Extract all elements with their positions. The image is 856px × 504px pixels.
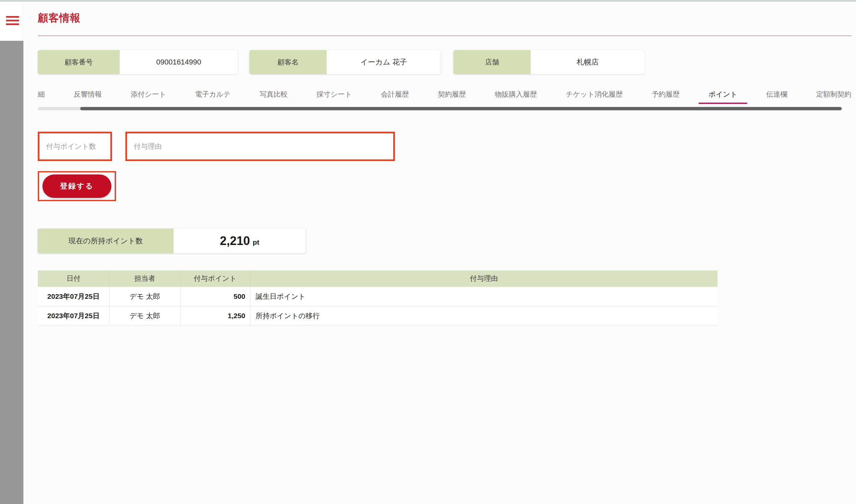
column-header-staff: 担当者 [109, 270, 180, 287]
tab-attachment-sheet[interactable]: 添付シート [131, 90, 166, 99]
customer-name-value: イーカム 花子 [327, 50, 441, 74]
grant-reason-input[interactable] [125, 132, 395, 161]
tab-accounting-history[interactable]: 会計履歴 [381, 90, 409, 99]
tab-ticket-usage-history[interactable]: チケット消化履歴 [566, 90, 623, 99]
tab-response-info[interactable]: 反響情報 [74, 90, 102, 99]
left-rail-gray-panel [0, 41, 23, 504]
cell-reason: 所持ポイントの移行 [250, 306, 717, 325]
page-title: 顧客情報 [38, 11, 851, 25]
cell-points: 500 [180, 287, 250, 306]
current-points-value: 2,210 [220, 234, 250, 248]
customer-number-card: 顧客番号 09001614990 [38, 50, 238, 74]
table-row: 2023年07月25日 デモ 太郎 1,250 所持ポイントの移行 [38, 306, 717, 325]
customer-name-card: 顧客名 イーカム 花子 [249, 50, 441, 74]
cell-date: 2023年07月25日 [38, 287, 109, 306]
main-content: 顧客情報 顧客番号 09001614990 顧客名 イーカム 花子 店舗 札幌店… [23, 2, 856, 504]
points-history-table: 日付 担当者 付与ポイント 付与理由 2023年07月25日 デモ 太郎 500… [38, 270, 717, 326]
left-rail [0, 2, 23, 504]
tab-electronic-chart[interactable]: 電子カルテ [195, 90, 230, 99]
tab-photo-comparison[interactable]: 写真比較 [260, 90, 288, 99]
current-points-label: 現在の所持ポイント数 [38, 229, 174, 253]
shop-label: 店舗 [453, 50, 531, 74]
customer-name-label: 顧客名 [249, 50, 327, 74]
grant-points-input[interactable] [38, 132, 112, 161]
current-points-value-wrap: 2,210 pt [174, 229, 306, 253]
cell-staff: デモ 太郎 [109, 306, 180, 325]
shop-value: 札幌店 [531, 50, 645, 74]
tab-message-board[interactable]: 伝達欄 [766, 90, 787, 99]
column-header-points: 付与ポイント [180, 270, 250, 287]
tab-flat-rate-contract[interactable]: 定額制契約 [816, 90, 851, 99]
register-button[interactable]: 登録する [42, 175, 111, 198]
table-header-row: 日付 担当者 付与ポイント 付与理由 [38, 270, 717, 287]
hamburger-menu-icon[interactable] [6, 16, 19, 25]
customer-summary-row: 顧客番号 09001614990 顧客名 イーカム 花子 店舗 札幌店 [38, 50, 851, 74]
cell-date: 2023年07月25日 [38, 306, 109, 325]
tab-contract-history[interactable]: 契約履歴 [438, 90, 466, 99]
table-row: 2023年07月25日 デモ 太郎 500 誕生日ポイント [38, 287, 717, 306]
tab-reservation-history[interactable]: 予約履歴 [652, 90, 680, 99]
customer-number-label: 顧客番号 [38, 50, 120, 74]
current-points-card: 現在の所持ポイント数 2,210 pt [38, 229, 306, 253]
tab-points[interactable]: ポイント [709, 90, 737, 99]
tabs-scrollbar-thumb[interactable] [80, 107, 842, 110]
shop-card: 店舗 札幌店 [453, 50, 645, 74]
column-header-reason: 付与理由 [250, 270, 717, 287]
cell-points: 1,250 [180, 306, 250, 325]
grant-points-form [38, 132, 851, 161]
tab-detail-truncated[interactable]: 細 [38, 90, 45, 99]
cell-staff: デモ 太郎 [109, 287, 180, 306]
cell-reason: 誕生日ポイント [250, 287, 717, 306]
tabs-scrollbar-track[interactable] [38, 107, 843, 110]
current-points-unit: pt [253, 238, 260, 246]
tab-merchandise-history[interactable]: 物販購入履歴 [495, 90, 537, 99]
tab-measurement-sheet[interactable]: 採寸シート [317, 90, 352, 99]
customer-tabs: 細 反響情報 添付シート 電子カルテ 写真比較 採寸シート 会計履歴 契約履歴 … [38, 87, 851, 102]
customer-number-value: 09001614990 [120, 50, 238, 74]
title-divider [38, 35, 851, 36]
register-button-highlight: 登録する [38, 171, 116, 201]
column-header-date: 日付 [38, 270, 109, 287]
